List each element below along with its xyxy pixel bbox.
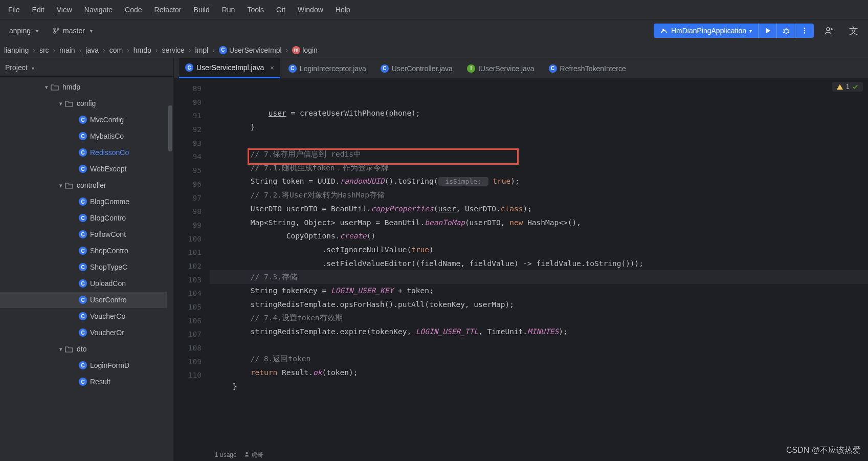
tree-item-config[interactable]: ▾config [0, 95, 173, 112]
code-line[interactable]: // 7.3.存储 [210, 270, 868, 284]
tree-item-shopcontro[interactable]: CShopContro [0, 243, 173, 259]
tab-iuserservice-java[interactable]: IIUserService.java [461, 58, 541, 78]
code-line[interactable]: } [210, 380, 868, 393]
code-line[interactable]: Map<String, Object> userMap = BeanUtil.b… [210, 216, 868, 230]
usages-hint[interactable]: 1 usage [215, 451, 237, 458]
menu-file[interactable]: File [2, 3, 26, 17]
line-number[interactable]: 102 [177, 259, 202, 273]
tree-item-dto[interactable]: ▾dto [0, 341, 173, 357]
crumb-impl[interactable]: impl [195, 46, 209, 54]
twisty-icon[interactable]: ▾ [57, 100, 64, 107]
tree-item-shoptypec[interactable]: CShopTypeC [0, 259, 173, 275]
tab-usercontroller-java[interactable]: CUserController.java [374, 58, 459, 78]
code-line[interactable]: // 7.1.随机生成token，作为登录令牌 [210, 161, 868, 175]
line-number[interactable]: 90 [177, 96, 202, 109]
line-number[interactable]: 97 [177, 191, 202, 205]
crumb-com[interactable]: com [109, 46, 123, 54]
tree-item-mvcconfig[interactable]: CMvcConfig [0, 112, 173, 128]
line-number[interactable]: 108 [177, 341, 202, 355]
code-line[interactable]: user = createUserWithPhone(phone); [210, 106, 868, 120]
crumb-service[interactable]: service [162, 46, 185, 54]
tree-item-blogcontro[interactable]: CBlogContro [0, 210, 173, 226]
twisty-icon[interactable]: ▾ [43, 84, 50, 91]
tree-item-voucherco[interactable]: CVoucherCo [0, 308, 173, 324]
line-number[interactable]: 105 [177, 300, 202, 314]
code-line[interactable]: return Result.ok(token); [210, 366, 868, 380]
run-config-selector[interactable]: HmDianPingApplication ▾ [654, 24, 759, 38]
tree-item-blogcomme[interactable]: CBlogComme [0, 193, 173, 210]
line-number[interactable]: 89 [177, 82, 202, 96]
menu-build[interactable]: Build [188, 3, 216, 17]
line-number[interactable]: 107 [177, 327, 202, 341]
tree-item-mybatisco[interactable]: CMybatisCo [0, 128, 173, 144]
crumb-src[interactable]: src [39, 46, 49, 54]
debug-button[interactable] [777, 24, 795, 38]
code-line[interactable]: .setFieldValueEditor((fieldName, fieldVa… [210, 257, 868, 271]
menu-navigate[interactable]: Navigate [78, 3, 119, 17]
line-number[interactable]: 100 [177, 232, 202, 246]
code-line[interactable]: UserDTO userDTO = BeanUtil.copyPropertie… [210, 202, 868, 216]
line-number[interactable]: 106 [177, 314, 202, 328]
line-number[interactable]: 92 [177, 123, 202, 137]
menu-edit[interactable]: Edit [26, 3, 51, 17]
line-number[interactable]: 94 [177, 150, 202, 164]
code-line[interactable] [210, 339, 868, 353]
line-number[interactable]: 99 [177, 218, 202, 232]
menu-tools[interactable]: Tools [241, 3, 270, 17]
crumb-hmdp[interactable]: hmdp [133, 46, 151, 54]
tree-item-hmdp[interactable]: ▾hmdp [0, 79, 173, 95]
tree-item-voucheror[interactable]: CVoucherOr [0, 324, 173, 341]
line-number[interactable]: 103 [177, 273, 202, 287]
code-line[interactable]: .setIgnoreNullValue(true) [210, 243, 868, 257]
code-line[interactable]: stringRedisTemplate.opsForHash().putAll(… [210, 298, 868, 312]
code-line[interactable] [210, 134, 868, 147]
tree-item-webexcept[interactable]: CWebExcept [0, 161, 173, 177]
menu-view[interactable]: View [51, 3, 78, 17]
tree-item-controller[interactable]: ▾controller [0, 177, 173, 193]
code-line[interactable] [210, 393, 868, 407]
tree-item-uploadcon[interactable]: CUploadCon [0, 275, 173, 292]
line-number[interactable]: 98 [177, 205, 202, 218]
project-tool-header[interactable]: Project [0, 58, 173, 77]
more-run-actions[interactable] [795, 24, 814, 38]
code-line[interactable]: // 7.4.设置token有效期 [210, 311, 868, 325]
tree-item-followcont[interactable]: CFollowCont [0, 226, 173, 243]
tree-scrollbar-track[interactable] [167, 77, 173, 461]
code-line[interactable]: // 7.2.将User对象转为HashMap存储 [210, 188, 868, 202]
run-button[interactable] [759, 24, 777, 38]
code-line[interactable]: // 7.保存用户信息到 redis中 [210, 147, 868, 161]
tree-scrollbar-thumb[interactable] [168, 105, 172, 151]
code-content[interactable]: 1 user = createUserWithPhone(phone); } /… [210, 79, 868, 449]
project-view-selector[interactable]: Project [5, 63, 28, 72]
tree-item-usercontro[interactable]: CUserContro [0, 292, 173, 308]
menu-window[interactable]: Window [292, 3, 329, 17]
menu-refactor[interactable]: Refactor [148, 3, 188, 17]
line-number[interactable]: 91 [177, 109, 202, 123]
gutter[interactable]: 8990919293949596979899100101102103104105… [174, 79, 210, 449]
crumb-java[interactable]: java [85, 46, 99, 54]
code-line[interactable]: String token = UUID.randomUUID().toStrin… [210, 174, 868, 188]
tab-logininterceptor-java[interactable]: CLoginInterceptor.java [282, 58, 372, 78]
tab-refreshtokeninterce[interactable]: CRefreshTokenInterce [543, 58, 632, 78]
line-number[interactable]: 104 [177, 287, 202, 300]
translate-button[interactable]: 文 [844, 24, 863, 38]
branch-selector[interactable]: master [49, 25, 97, 37]
inspections-widget[interactable]: 1 [832, 82, 863, 92]
crumb-userserviceimpl[interactable]: CUserServiceImpl [219, 46, 282, 54]
line-number[interactable]: 109 [177, 355, 202, 369]
menu-git[interactable]: Git [270, 3, 292, 17]
menu-run[interactable]: Run [216, 3, 241, 17]
code-line[interactable]: // 8.返回token [210, 352, 868, 366]
code-line[interactable]: CopyOptions.create() [210, 229, 868, 243]
line-number[interactable]: 110 [177, 368, 202, 382]
code-line[interactable]: stringRedisTemplate.expire(tokenKey, LOG… [210, 325, 868, 339]
crumb-lianping[interactable]: lianping [4, 46, 29, 54]
crumb-main[interactable]: main [59, 46, 75, 54]
menu-help[interactable]: Help [329, 3, 357, 17]
tab-userserviceimpl-java[interactable]: CUserServiceImpl.java× [179, 58, 280, 78]
twisty-icon[interactable]: ▾ [57, 346, 64, 353]
crumb-login[interactable]: mlogin [292, 46, 318, 54]
menu-code[interactable]: Code [119, 3, 148, 17]
code-line[interactable]: String tokenKey = LOGIN_USER_KEY + token… [210, 284, 868, 298]
twisty-icon[interactable]: ▾ [57, 182, 64, 189]
